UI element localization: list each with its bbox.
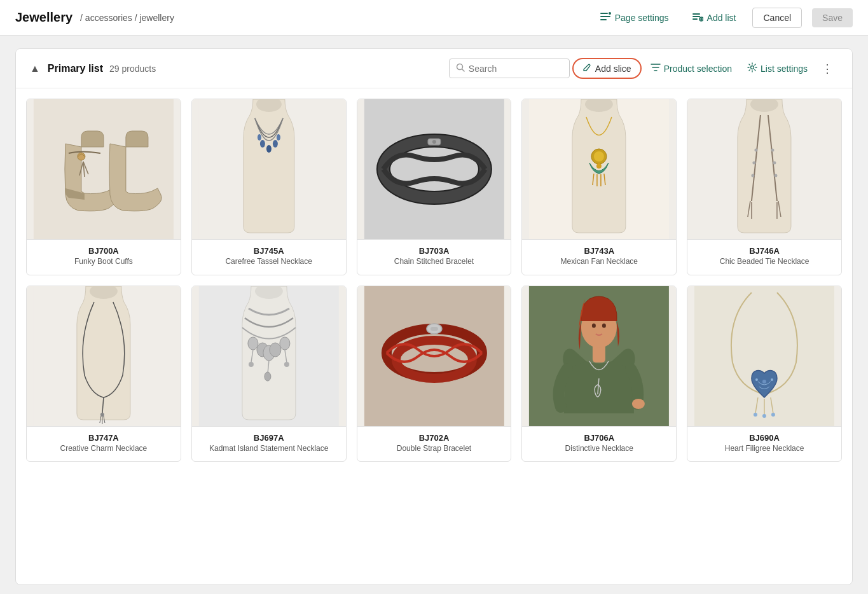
- product-sku: BJ743A: [530, 246, 668, 256]
- svg-point-21: [266, 145, 272, 153]
- more-icon: ⋮: [822, 62, 834, 75]
- svg-point-33: [594, 151, 604, 162]
- product-name: Creative Charm Necklace: [34, 444, 173, 454]
- product-name: Mexican Fan Necklace: [530, 257, 668, 267]
- svg-point-46: [771, 149, 775, 152]
- more-button[interactable]: ⋮: [816, 59, 839, 78]
- product-image: [27, 99, 181, 239]
- product-info: BJ706A Distinctive Necklace: [522, 426, 676, 462]
- toolbar: ▲ Primary list 29 products: [16, 49, 852, 88]
- cancel-button[interactable]: Cancel: [752, 8, 802, 28]
- svg-point-84: [632, 399, 645, 409]
- svg-point-23: [258, 134, 261, 141]
- svg-rect-13: [34, 99, 174, 239]
- product-card[interactable]: BJ706A Distinctive Necklace: [521, 286, 677, 462]
- product-sku: BJ703A: [365, 246, 504, 256]
- list-settings-button[interactable]: List settings: [741, 59, 814, 78]
- product-image: [192, 99, 346, 239]
- toolbar-right: Add slice Product selection: [449, 58, 839, 79]
- product-sku: BJ745A: [200, 246, 338, 256]
- product-card[interactable]: BJ703A Chain Stitched Bracelet: [357, 99, 512, 275]
- product-name: Carefree Tassel Necklace: [200, 257, 338, 267]
- search-input[interactable]: [469, 64, 563, 74]
- product-sku: BJ706A: [530, 433, 668, 443]
- svg-point-92: [754, 413, 757, 417]
- product-card[interactable]: BJ745A Carefree Tassel Necklace: [191, 99, 347, 275]
- product-image: [687, 286, 841, 426]
- svg-point-45: [752, 174, 755, 177]
- main-content: ▲ Primary list 29 products: [0, 36, 868, 594]
- header: Jewellery / accessories / jewellery Page…: [0, 0, 868, 36]
- product-image: [687, 99, 841, 239]
- page-settings-icon: [600, 11, 611, 24]
- search-icon: [456, 63, 465, 74]
- svg-point-24: [277, 134, 280, 141]
- svg-point-70: [265, 372, 271, 381]
- product-card[interactable]: BJ690A Heart Filigree Necklace: [687, 286, 842, 462]
- product-name: Distinctive Necklace: [530, 444, 668, 454]
- product-sku: BJ702A: [365, 433, 504, 443]
- product-info: BJ746A Chic Beaded Tie Necklace: [687, 239, 841, 275]
- list-title: Primary list: [48, 63, 103, 74]
- svg-point-34: [596, 163, 602, 169]
- product-selection-button[interactable]: Product selection: [644, 59, 738, 78]
- product-image: [522, 99, 676, 239]
- add-list-icon: [692, 11, 703, 24]
- add-list-label: Add list: [707, 13, 736, 23]
- toolbar-left: ▲ Primary list 29 products: [29, 62, 156, 76]
- product-image: [192, 286, 346, 426]
- svg-point-94: [771, 413, 775, 417]
- product-sku: BJ697A: [200, 433, 338, 443]
- product-name: Funky Boot Cuffs: [34, 257, 173, 267]
- filter-icon: [651, 62, 661, 74]
- product-name: Double Strap Bracelet: [365, 444, 504, 454]
- product-image: [357, 286, 511, 426]
- breadcrumb: / accessories / jewellery: [80, 13, 174, 23]
- svg-point-93: [762, 414, 766, 418]
- svg-point-48: [775, 174, 778, 177]
- product-sku: BJ700A: [34, 246, 173, 256]
- product-card[interactable]: BJ747A Creative Charm Necklace: [26, 286, 181, 462]
- gear-icon: [747, 62, 757, 74]
- pencil-icon: [582, 63, 591, 74]
- page-settings-button[interactable]: Page settings: [593, 7, 675, 28]
- product-card[interactable]: BJ743A Mexican Fan Necklace: [521, 99, 677, 275]
- add-list-button[interactable]: Add list: [685, 7, 743, 28]
- svg-rect-4: [692, 13, 700, 15]
- product-info: BJ700A Funky Boot Cuffs: [27, 239, 181, 275]
- panel: ▲ Primary list 29 products: [15, 48, 853, 585]
- product-card[interactable]: BJ700A Funky Boot Cuffs: [26, 99, 181, 275]
- svg-point-20: [260, 140, 265, 148]
- product-card[interactable]: BJ697A Kadmat Island Statement Necklace: [191, 286, 347, 462]
- svg-point-66: [280, 337, 290, 350]
- product-info: BJ743A Mexican Fan Necklace: [522, 239, 676, 275]
- svg-line-11: [462, 69, 464, 72]
- product-info: BJ697A Kadmat Island Statement Necklace: [192, 426, 346, 462]
- product-card[interactable]: BJ746A Chic Beaded Tie Necklace: [687, 99, 842, 275]
- collapse-button[interactable]: ▲: [29, 62, 41, 76]
- header-actions: Page settings Add list Cancel Save: [593, 7, 853, 28]
- svg-point-3: [609, 12, 611, 15]
- product-sku: BJ747A: [34, 433, 173, 443]
- svg-point-44: [753, 162, 756, 165]
- add-slice-button[interactable]: Add slice: [572, 58, 642, 79]
- svg-point-12: [751, 66, 754, 69]
- product-name: Heart Filigree Necklace: [695, 444, 834, 454]
- svg-rect-5: [692, 16, 700, 17]
- svg-point-86: [762, 380, 766, 383]
- product-card[interactable]: BJ702A Double Strap Bracelet: [357, 286, 512, 462]
- product-name: Chic Beaded Tie Necklace: [695, 257, 834, 267]
- svg-point-88: [771, 378, 773, 381]
- page-settings-label: Page settings: [615, 13, 669, 23]
- list-settings-label: List settings: [761, 64, 808, 74]
- svg-point-68: [249, 362, 254, 367]
- svg-point-47: [773, 162, 776, 165]
- svg-point-82: [602, 323, 606, 328]
- product-info: BJ690A Heart Filigree Necklace: [687, 426, 841, 462]
- svg-point-72: [284, 362, 289, 367]
- product-sku: BJ746A: [695, 246, 834, 256]
- product-selection-label: Product selection: [664, 64, 732, 74]
- svg-rect-1: [600, 16, 610, 17]
- save-button[interactable]: Save: [812, 8, 853, 27]
- svg-point-29: [432, 140, 436, 144]
